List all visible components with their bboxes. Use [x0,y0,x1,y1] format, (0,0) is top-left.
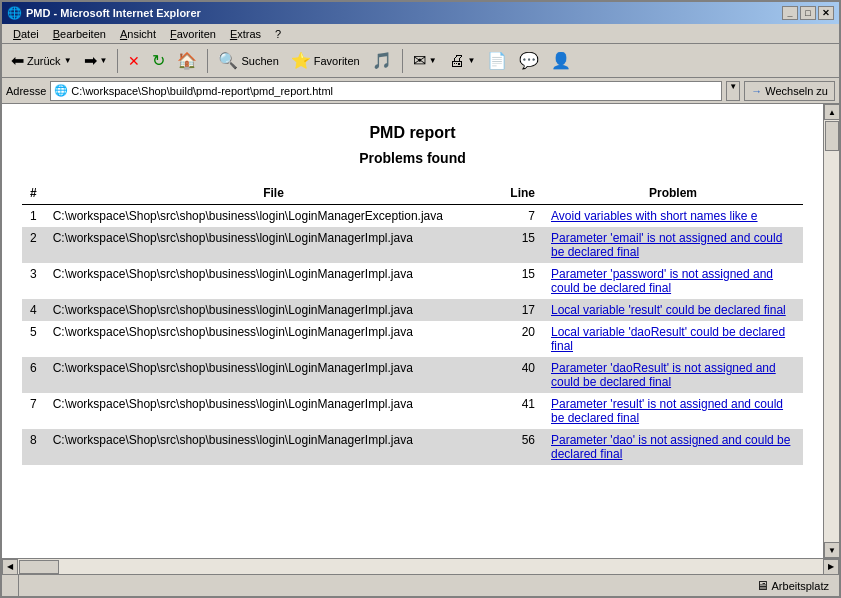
problem-link[interactable]: Local variable 'daoResult' could be decl… [551,325,785,353]
problem-link[interactable]: Avoid variables with short names like e [551,209,758,223]
cell-file: C:\workspace\Shop\src\shop\business\logi… [45,263,503,299]
scroll-down-button[interactable]: ▼ [824,542,839,558]
table-row: 4C:\workspace\Shop\src\shop\business\log… [22,299,803,321]
address-dropdown[interactable]: ▼ [726,81,740,101]
maximize-button[interactable]: □ [800,6,816,20]
cell-file: C:\workspace\Shop\src\shop\business\logi… [45,205,503,228]
scroll-thumb[interactable] [825,121,839,151]
cell-line: 15 [502,263,543,299]
cell-line: 41 [502,393,543,429]
cell-file: C:\workspace\Shop\src\shop\business\logi… [45,227,503,263]
problem-link[interactable]: Parameter 'result' is not assigned and c… [551,397,783,425]
print-icon: 🖨 [449,52,465,70]
favorites-button[interactable]: ⭐ Favoriten [286,47,365,75]
cell-problem: Local variable 'daoResult' could be decl… [543,321,803,357]
vertical-scrollbar: ▲ ▼ [823,104,839,558]
title-bar: 🌐 PMD - Microsoft Internet Explorer _ □ … [2,2,839,24]
cell-problem: Parameter 'result' is not assigned and c… [543,393,803,429]
computer-icon: 🖥 [756,578,769,593]
messenger-button[interactable]: 👤 [546,47,576,75]
back-button[interactable]: ⬅ Zurück ▼ [6,47,77,75]
table-row: 3C:\workspace\Shop\src\shop\business\log… [22,263,803,299]
table-row: 7C:\workspace\Shop\src\shop\business\log… [22,393,803,429]
media-icon: 🎵 [372,51,392,70]
col-header-file: File [45,182,503,205]
close-button[interactable]: ✕ [818,6,834,20]
menu-ansicht[interactable]: Ansicht [114,27,162,41]
search-icon: 🔍 [218,51,238,70]
cell-num: 8 [22,429,45,465]
status-bar: 🖥 Arbeitsplatz [2,574,839,596]
home-button[interactable]: 🏠 [172,47,202,75]
minimize-button[interactable]: _ [782,6,798,20]
table-row: 5C:\workspace\Shop\src\shop\business\log… [22,321,803,357]
messenger-icon: 👤 [551,51,571,70]
status-zone-text: Arbeitsplatz [772,580,829,592]
menu-favoriten[interactable]: Favoriten [164,27,222,41]
forward-button[interactable]: ➡ ▼ [79,47,113,75]
home-icon: 🏠 [177,51,197,70]
edit-icon: 📄 [487,51,507,70]
horizontal-scrollbar: ◀ ▶ [2,558,839,574]
menu-help[interactable]: ? [269,27,287,41]
menu-bar: Datei Bearbeiten Ansicht Favoriten Extra… [2,24,839,44]
col-header-num: # [22,182,45,205]
hscroll-left-button[interactable]: ◀ [2,559,18,575]
go-arrow-icon: → [751,85,762,97]
mail-icon: ✉ [413,51,426,70]
menu-bearbeiten[interactable]: Bearbeiten [47,27,112,41]
app-icon: 🌐 [7,6,22,20]
cell-file: C:\workspace\Shop\src\shop\business\logi… [45,299,503,321]
back-icon: ⬅ [11,51,24,70]
scroll-track[interactable] [824,120,839,542]
back-arrow-icon: ▼ [64,56,72,65]
cell-file: C:\workspace\Shop\src\shop\business\logi… [45,321,503,357]
cell-line: 20 [502,321,543,357]
refresh-icon: ↻ [152,51,165,70]
problem-link[interactable]: Parameter 'daoResult' is not assigned an… [551,361,776,389]
edit-button[interactable]: 📄 [482,47,512,75]
media-button[interactable]: 🎵 [367,47,397,75]
cell-line: 17 [502,299,543,321]
discuss-button[interactable]: 💬 [514,47,544,75]
page-icon: 🌐 [54,84,68,97]
scroll-up-button[interactable]: ▲ [824,104,839,120]
address-text[interactable]: C:\workspace\Shop\build\pmd-report\pmd_r… [71,85,718,97]
problem-link[interactable]: Parameter 'dao' is not assigned and coul… [551,433,790,461]
toolbar-separator-2 [207,49,208,73]
hscroll-thumb[interactable] [19,560,59,574]
title-bar-left: 🌐 PMD - Microsoft Internet Explorer [7,6,201,20]
cell-num: 4 [22,299,45,321]
favorites-label: Favoriten [314,55,360,67]
cell-num: 2 [22,227,45,263]
go-button[interactable]: → Wechseln zu [744,81,835,101]
menu-extras[interactable]: Extras [224,27,267,41]
report-title: PMD report [22,124,803,142]
report-content: PMD report Problems found # File Line Pr… [2,104,823,558]
print-button[interactable]: 🖨 ▼ [444,47,481,75]
menu-datei[interactable]: Datei [7,27,45,41]
mail-button[interactable]: ✉ ▼ [408,47,442,75]
col-header-line: Line [502,182,543,205]
stop-button[interactable]: ✕ [123,47,145,75]
address-bar: Adresse 🌐 C:\workspace\Shop\build\pmd-re… [2,78,839,104]
address-label: Adresse [6,85,46,97]
problem-link[interactable]: Parameter 'password' is not assigned and… [551,267,773,295]
content-area: PMD report Problems found # File Line Pr… [2,104,839,558]
refresh-button[interactable]: ↻ [147,47,170,75]
cell-problem: Parameter 'daoResult' is not assigned an… [543,357,803,393]
status-ready [6,575,19,596]
hscroll-track[interactable] [18,559,823,575]
hscroll-right-button[interactable]: ▶ [823,559,839,575]
cell-num: 3 [22,263,45,299]
cell-num: 1 [22,205,45,228]
search-button[interactable]: 🔍 Suchen [213,47,283,75]
search-label: Suchen [241,55,278,67]
cell-problem: Parameter 'password' is not assigned and… [543,263,803,299]
cell-problem: Local variable 'result' could be declare… [543,299,803,321]
cell-problem: Parameter 'dao' is not assigned and coul… [543,429,803,465]
problem-link[interactable]: Local variable 'result' could be declare… [551,303,786,317]
table-row: 8C:\workspace\Shop\src\shop\business\log… [22,429,803,465]
problem-link[interactable]: Parameter 'email' is not assigned and co… [551,231,782,259]
cell-line: 7 [502,205,543,228]
